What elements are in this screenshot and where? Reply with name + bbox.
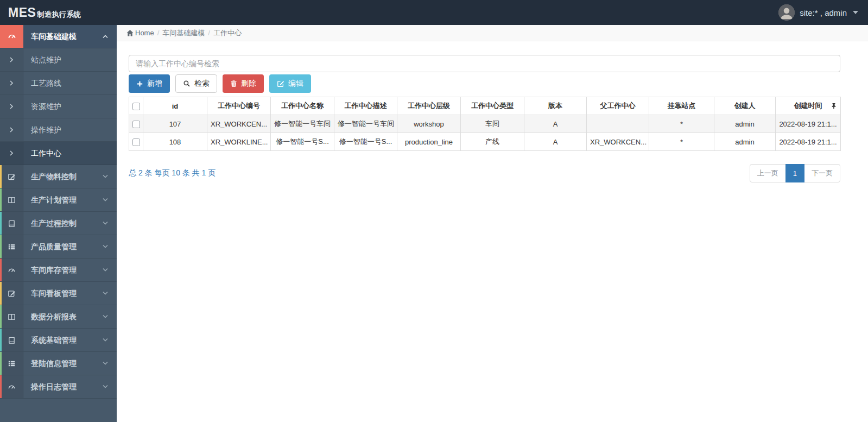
sidebar-section-operation-log-management[interactable]: 操作日志管理 [0, 375, 117, 399]
search-button[interactable]: 检索 [175, 74, 217, 93]
sidebar-item-site-maintenance[interactable]: 站点维护 [0, 48, 117, 72]
sidebar-section-workshop-modeling[interactable]: 车间基础建模 [0, 25, 117, 48]
sidebar-item-process-route[interactable]: 工艺路线 [0, 72, 117, 95]
table-cell: admin [714, 115, 776, 133]
pagination-summary[interactable]: 总 2 条 每页 10 条 共 1 页 [129, 168, 216, 178]
sidebar-section-label: 系统基础管理 [31, 329, 77, 351]
sidebar-section-label: 生产过程控制 [31, 212, 77, 235]
chevron-right-icon [0, 142, 23, 165]
dashboard-icon [0, 375, 23, 398]
column-header-created-time-label: 创建时间 [794, 102, 822, 110]
table-cell: A [524, 115, 587, 133]
sidebar-section-label: 生产物料控制 [31, 165, 77, 188]
sidebar-item-operation-maintenance[interactable]: 操作维护 [0, 118, 117, 142]
section-stripe [0, 352, 2, 375]
sidebar-section-material-control[interactable]: 生产物料控制 [0, 165, 117, 188]
sidebar: 车间基础建模 站点维护 工艺路线 资源维护 操作维护 工作中心 [0, 25, 117, 422]
add-button-label: 新增 [147, 79, 162, 89]
row-checkbox[interactable] [132, 138, 140, 146]
user-label: site:* , admin [800, 8, 847, 17]
breadcrumb-item-section[interactable]: 车间基础建模 [162, 28, 205, 38]
column-header-code: 工作中心编号 [207, 97, 271, 115]
row-checkbox[interactable] [132, 121, 140, 128]
table-cell: * [649, 115, 714, 133]
column-header-site: 挂靠站点 [649, 97, 714, 115]
sidebar-section-label: 生产计划管理 [31, 188, 77, 211]
columns-icon [0, 188, 23, 211]
sidebar-item-work-center[interactable]: 工作中心 [0, 142, 117, 165]
pagination-controls: 上一页 1 下一页 [750, 164, 840, 182]
sidebar-section-data-analysis-reports[interactable]: 数据分析报表 [0, 305, 117, 329]
sidebar-section-quality-management[interactable]: 产品质量管理 [0, 235, 117, 259]
column-header-parent: 父工作中心 [587, 97, 649, 115]
th-list-icon [0, 352, 23, 375]
avatar [778, 4, 795, 21]
sidebar-section-system-management[interactable]: 系统基础管理 [0, 329, 117, 352]
add-button[interactable]: 新增 [129, 74, 170, 93]
breadcrumb-home[interactable]: Home [126, 29, 154, 37]
column-header-version: 版本 [524, 97, 587, 115]
edit-button-label: 编辑 [288, 79, 303, 89]
section-stripe [0, 329, 2, 351]
next-page-button[interactable]: 下一页 [804, 164, 840, 182]
sidebar-section-label: 登陆信息管理 [31, 352, 77, 375]
breadcrumb-item-current: 工作中心 [213, 28, 242, 38]
sidebar-section-login-info-management[interactable]: 登陆信息管理 [0, 352, 117, 375]
logo-primary: MES [8, 5, 36, 20]
section-stripe [0, 188, 2, 211]
table-cell: production_line [397, 133, 461, 151]
table-cell: 2022-08-19 21:1... [776, 133, 841, 151]
sidebar-item-label: 资源维护 [31, 95, 61, 118]
sidebar-section-plan-management[interactable]: 生产计划管理 [0, 188, 117, 212]
table-cell: 产线 [461, 133, 524, 151]
app-logo: MES 制造执行系统 [0, 5, 81, 20]
book-icon [0, 212, 23, 235]
chevron-down-icon [102, 361, 109, 366]
table-header-row: id 工作中心编号 工作中心名称 工作中心描述 工作中心层级 工作中心类型 版本… [129, 97, 841, 115]
table-cell: admin [714, 133, 776, 151]
chevron-right-icon [0, 118, 23, 141]
table-cell: 107 [143, 115, 207, 133]
main-content: Home / 车间基础建模 / 工作中心 新增 检索 [117, 25, 868, 422]
section-stripe [0, 375, 2, 398]
sidebar-item-label: 工作中心 [31, 142, 61, 165]
sidebar-section-inventory-management[interactable]: 车间库存管理 [0, 259, 117, 282]
breadcrumb-separator: / [208, 29, 210, 37]
table-cell: 车间 [461, 115, 524, 133]
edit-button[interactable]: 编辑 [269, 74, 311, 93]
plus-icon [136, 80, 143, 87]
column-header-level: 工作中心层级 [397, 97, 461, 115]
section-stripe [0, 305, 2, 328]
current-page-button[interactable]: 1 [785, 164, 804, 182]
table-cell: workshop [397, 115, 461, 133]
sidebar-section-kanban-management[interactable]: 车间看板管理 [0, 282, 117, 305]
chevron-down-icon [102, 314, 109, 319]
prev-page-button[interactable]: 上一页 [750, 164, 786, 182]
table-cell: 修一智能一号车间 [271, 115, 334, 133]
delete-button[interactable]: 删除 [223, 74, 264, 93]
pin-icon[interactable] [831, 103, 837, 109]
table-cell: XR_WORKCEN... [587, 133, 649, 151]
table-row: 107 XR_WORKCEN... 修一智能一号车间 修一智能一号车间 work… [129, 115, 841, 133]
table-cell: XR_WORKCEN... [207, 115, 271, 133]
sidebar-section-label: 车间基础建模 [31, 25, 77, 48]
section-stripe [0, 212, 2, 235]
section-stripe [0, 165, 2, 188]
user-menu[interactable]: site:* , admin [778, 4, 868, 21]
table-cell: 108 [143, 133, 207, 151]
sidebar-section-process-control[interactable]: 生产过程控制 [0, 212, 117, 235]
sidebar-item-resource-maintenance[interactable]: 资源维护 [0, 95, 117, 118]
section-stripe [0, 235, 2, 258]
column-header-creator: 创建人 [714, 97, 776, 115]
column-header-id: id [143, 97, 207, 115]
table-cell: A [524, 133, 587, 151]
sidebar-section-label: 车间看板管理 [31, 282, 77, 305]
sidebar-section-label: 数据分析报表 [31, 305, 77, 328]
dashboard-icon [0, 259, 23, 281]
book-icon [0, 329, 23, 351]
select-all-checkbox[interactable] [132, 103, 140, 110]
table-cell [587, 115, 649, 133]
sidebar-section-label: 车间库存管理 [31, 259, 77, 281]
work-center-search-input[interactable] [129, 55, 840, 72]
section-stripe [0, 259, 2, 281]
